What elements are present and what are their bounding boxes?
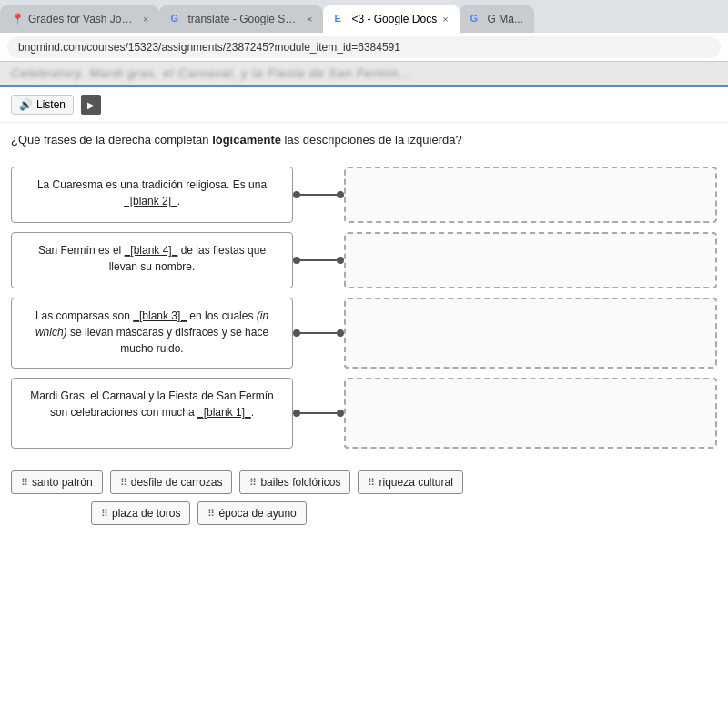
connector-row-2 [293, 232, 344, 288]
tab-gmail[interactable]: G G Ma... [460, 5, 534, 33]
matching-exercise: La Cuaresma es una tradición religiosa. … [0, 157, 728, 458]
right-column [344, 167, 717, 449]
choice-label-3: bailes folclóricos [260, 476, 340, 489]
page-header: Celebratory. Mardi gras, el Carnaval, y … [0, 62, 728, 87]
blank-4: _[blank 4]_ [125, 244, 178, 257]
tab-close-icon[interactable]: × [442, 14, 448, 25]
connectors [293, 167, 344, 449]
google-icon-2: G [470, 13, 483, 25]
google-icon: G [170, 13, 183, 25]
tab-docs[interactable]: E <3 - Google Docs × [323, 5, 459, 33]
dot-left-4 [293, 410, 300, 417]
right-box-4[interactable] [344, 378, 717, 449]
tab-bar: 📍 Grades for Vash Johnson: Sp... × G tra… [0, 0, 728, 33]
line-1 [300, 194, 337, 196]
line-2 [300, 259, 337, 261]
left-column: La Cuaresma es una tradición religiosa. … [11, 167, 293, 449]
left-text-2: San Fermín es el _[blank 4]_ de las fies… [38, 244, 266, 273]
right-box-3[interactable] [344, 298, 717, 369]
right-box-1[interactable] [344, 167, 717, 223]
dot-left-2 [293, 257, 300, 264]
pin-icon: 📍 [11, 13, 24, 25]
left-box-1: La Cuaresma es una tradición religiosa. … [11, 167, 293, 223]
left-box-4: Mardi Gras, el Carnaval y la Fiesta de S… [11, 378, 293, 449]
play-icon: ▶ [87, 100, 95, 110]
tab-grades[interactable]: 📍 Grades for Vash Johnson: Sp... × [0, 5, 159, 33]
choice-plaza[interactable]: plaza de toros [91, 501, 190, 525]
choice-santo-patron[interactable]: santo patrón [11, 470, 103, 494]
address-bar-row [0, 33, 728, 62]
connector-row-4 [293, 378, 344, 449]
listen-label: Listen [36, 98, 66, 111]
tab-label: G Ma... [488, 13, 523, 25]
tab-translate[interactable]: G translate - Google Search × [159, 5, 323, 33]
tab-label: <3 - Google Docs [351, 13, 437, 25]
choice-label-6: época de ayuno [218, 507, 296, 520]
answer-choices: santo patrón desfile de carrozas bailes … [0, 458, 728, 538]
dot-right-2 [337, 257, 344, 264]
dot-right-4 [337, 410, 344, 417]
speaker-icon: 🔊 [19, 98, 33, 111]
dot-right-1 [337, 191, 344, 198]
blank-3: _[blank 3]_ [133, 309, 187, 322]
blank-1: _[blank 1]_ [197, 406, 251, 419]
choice-label-5: plaza de toros [112, 507, 180, 520]
blank-2: _[blank 2]_ [124, 195, 177, 207]
dot-left-1 [293, 191, 300, 198]
address-bar[interactable] [7, 36, 721, 58]
tab-label: Grades for Vash Johnson: Sp... [28, 13, 137, 25]
choice-bailes[interactable]: bailes folclóricos [239, 470, 350, 494]
play-button[interactable]: ▶ [81, 95, 101, 115]
connector-row-3 [293, 298, 344, 369]
line-4 [300, 412, 337, 414]
dot-left-3 [293, 329, 300, 337]
choice-label-2: desfile de carrozas [131, 476, 223, 489]
docs-icon: E [334, 13, 347, 25]
audio-bar: 🔊 Listen ▶ [0, 87, 728, 123]
tab-close-icon[interactable]: × [307, 14, 312, 25]
left-text-1: La Cuaresma es una tradición religiosa. … [37, 178, 267, 207]
question-text: ¿Qué frases de la derecha completan lógi… [0, 123, 728, 157]
header-blurred-text: Celebratory. Mardi gras, el Carnaval, y … [11, 66, 411, 80]
question-bold: lógicamente [212, 133, 281, 147]
left-text-4: Mardi Gras, el Carnaval y la Fiesta de S… [30, 389, 273, 419]
right-box-2[interactable] [344, 232, 717, 288]
choice-label-1: santo patrón [32, 476, 93, 489]
dot-right-3 [337, 329, 344, 337]
choices-row-2: plaza de toros época de ayuno [11, 501, 717, 525]
left-box-3: Las comparsas son _[blank 3]_ en los cua… [11, 298, 293, 369]
page-content: Celebratory. Mardi gras, el Carnaval, y … [0, 62, 728, 728]
left-text-3: Las comparsas son _[blank 3]_ en los cua… [35, 309, 268, 355]
choice-epoca[interactable]: época de ayuno [197, 501, 306, 525]
connector-row-1 [293, 167, 344, 223]
tab-label: translate - Google Search [187, 13, 301, 25]
line-3 [300, 332, 337, 334]
choice-label-4: riqueza cultural [379, 476, 452, 489]
left-box-2: San Fermín es el _[blank 4]_ de las fies… [11, 232, 293, 288]
question-prefix: ¿Qué frases de la derecha completan [11, 133, 212, 147]
browser-chrome: 📍 Grades for Vash Johnson: Sp... × G tra… [0, 0, 728, 62]
listen-button[interactable]: 🔊 Listen [11, 95, 74, 115]
question-suffix: las descripciones de la izquierda? [281, 133, 462, 147]
tab-close-icon[interactable]: × [143, 14, 148, 25]
choice-riqueza[interactable]: riqueza cultural [358, 470, 462, 494]
choice-desfile[interactable]: desfile de carrozas [110, 470, 233, 494]
